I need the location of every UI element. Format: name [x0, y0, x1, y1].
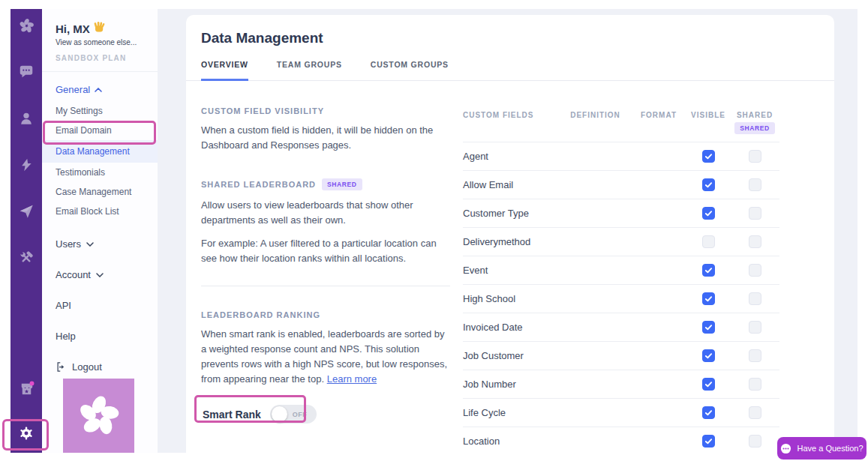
sidebar-item-data-management[interactable]: Data Management — [42, 140, 158, 163]
header-shared-badge: SHARED — [734, 122, 775, 134]
learn-more-link[interactable]: Learn more — [327, 373, 377, 385]
table-row: High School — [463, 285, 779, 313]
header-shared: SHARED SHARED — [730, 111, 779, 134]
shared-leaderboard-label: SHARED LEADERBOARD — [201, 180, 316, 189]
custom-field-name: Location — [463, 436, 560, 447]
page-title: Data Management — [201, 30, 819, 46]
visible-checkbox[interactable] — [702, 435, 715, 448]
shared-badge: SHARED — [322, 178, 362, 190]
shared-leaderboard-text-2: For example: A user filtered to a partic… — [201, 236, 450, 266]
settings-column: CUSTOM FIELD VISIBILITY When a custom fi… — [201, 106, 450, 453]
custom-fields-rows: Agent Allow Email Customer Type — [463, 142, 779, 453]
custom-field-name: Agent — [463, 151, 560, 162]
brand-logo-tile — [63, 379, 134, 453]
visible-checkbox[interactable] — [702, 321, 715, 334]
section-divider — [201, 286, 450, 286]
visible-checkbox[interactable] — [702, 264, 715, 277]
storefront-icon[interactable] — [17, 379, 35, 397]
sidebar-item-my-settings[interactable]: My Settings — [42, 101, 158, 121]
view-as-link[interactable]: View as someone else... — [56, 38, 149, 46]
sidebar-item-email-domain[interactable]: Email Domain — [42, 121, 158, 140]
visible-checkbox[interactable] — [702, 349, 715, 362]
sidebar-item-email-block-list[interactable]: Email Block List — [42, 202, 158, 221]
visible-checkbox[interactable] — [702, 235, 715, 248]
tab-overview[interactable]: OVERVIEW — [201, 60, 248, 81]
custom-field-name: Life Cycle — [463, 407, 560, 418]
logout-icon — [56, 361, 67, 373]
shared-checkbox[interactable] — [749, 235, 761, 248]
sidebar-item-logout[interactable]: Logout — [42, 352, 158, 382]
table-row: Customer Type — [463, 199, 779, 228]
custom-field-visibility-text: When a custom field is hidden, it will b… — [201, 123, 450, 153]
smart-rank-label: Smart Rank — [203, 409, 261, 421]
shared-checkbox[interactable] — [749, 406, 761, 419]
table-row: Location — [463, 427, 779, 453]
shared-checkbox[interactable] — [749, 292, 761, 305]
tools-icon[interactable] — [17, 249, 35, 267]
shared-checkbox[interactable] — [749, 264, 761, 277]
smart-rank-row: Smart Rank OFF — [201, 405, 450, 424]
sidebar-section-general[interactable]: General — [42, 84, 158, 95]
shared-checkbox[interactable] — [749, 435, 761, 448]
chevron-down-icon — [86, 242, 94, 247]
sidebar-item-account[interactable]: Account — [42, 259, 158, 290]
header-shared-label: SHARED — [737, 111, 773, 119]
shared-checkbox[interactable] — [749, 207, 761, 220]
custom-field-name: Job Number — [463, 379, 560, 390]
brand-flower-logo — [76, 393, 122, 439]
chat-icon — [780, 443, 791, 454]
visible-checkbox[interactable] — [702, 292, 715, 305]
table-row: Event — [463, 256, 779, 285]
sidebar-item-api[interactable]: API — [42, 290, 158, 321]
table-row: Job Customer — [463, 342, 779, 370]
table-row: Invoiced Date — [463, 313, 779, 342]
leaderboard-ranking-heading: LEADERBOARD RANKING — [201, 310, 450, 319]
chevron-down-icon — [96, 273, 104, 277]
account-label: Account — [56, 269, 91, 280]
greeting: Hi, MX — [56, 21, 149, 36]
shared-checkbox[interactable] — [749, 378, 761, 391]
custom-fields-table: CUSTOM FIELDS DEFINITION FORMAT VISIBLE … — [463, 106, 779, 453]
settings-gear-icon[interactable] — [17, 424, 35, 442]
shared-checkbox[interactable] — [749, 321, 761, 334]
visible-checkbox[interactable] — [702, 178, 715, 191]
have-a-question-button[interactable]: Have a Question? — [777, 437, 866, 460]
icon-rail — [11, 9, 42, 453]
sidebar-bottom-items: Users Account API Help Logout — [42, 229, 158, 382]
tab-team-groups[interactable]: TEAM GROUPS — [277, 60, 342, 80]
chat-bubble-icon[interactable] — [17, 63, 35, 81]
shared-checkbox[interactable] — [749, 178, 761, 191]
header-custom-fields: CUSTOM FIELDS — [463, 111, 560, 119]
send-icon[interactable] — [17, 202, 35, 220]
visible-checkbox[interactable] — [702, 378, 715, 391]
custom-field-name: Event — [463, 265, 560, 276]
table-row: Life Cycle — [463, 399, 779, 427]
table-row: Deliverymethod — [463, 228, 779, 256]
sidebar-item-help[interactable]: Help — [42, 321, 158, 352]
smart-rank-toggle[interactable]: OFF — [270, 405, 317, 424]
lightning-icon[interactable] — [17, 156, 35, 174]
custom-field-name: Customer Type — [463, 208, 560, 219]
greeting-text: Hi, MX — [56, 22, 90, 35]
sidebar-item-case-management[interactable]: Case Management — [42, 182, 158, 202]
sidebar-item-testimonials[interactable]: Testimonials — [42, 163, 158, 182]
table-row: Agent — [463, 142, 779, 171]
logout-label: Logout — [72, 361, 102, 373]
person-icon[interactable] — [17, 109, 35, 127]
leaderboard-ranking-text: When smart rank is enabled, leaderboards… — [201, 327, 450, 388]
shared-checkbox[interactable] — [749, 150, 761, 163]
visible-checkbox[interactable] — [702, 207, 715, 220]
custom-field-name: Invoiced Date — [463, 322, 560, 333]
app-window: Hi, MX View as someo — [11, 9, 857, 453]
settings-sidebar: Hi, MX View as someo — [42, 9, 158, 453]
general-items: My Settings Email Domain Data Management… — [42, 101, 158, 221]
header-definition: DEFINITION — [560, 111, 631, 119]
main-area: Data Management OVERVIEW TEAM GROUPS CUS… — [158, 9, 857, 453]
chevron-up-icon — [95, 88, 102, 92]
tab-custom-groups[interactable]: CUSTOM GROUPS — [371, 60, 449, 80]
visible-checkbox[interactable] — [702, 150, 715, 163]
brand-flower-icon[interactable] — [17, 16, 35, 34]
visible-checkbox[interactable] — [702, 406, 715, 419]
shared-checkbox[interactable] — [749, 349, 761, 362]
sidebar-item-users[interactable]: Users — [42, 229, 158, 259]
